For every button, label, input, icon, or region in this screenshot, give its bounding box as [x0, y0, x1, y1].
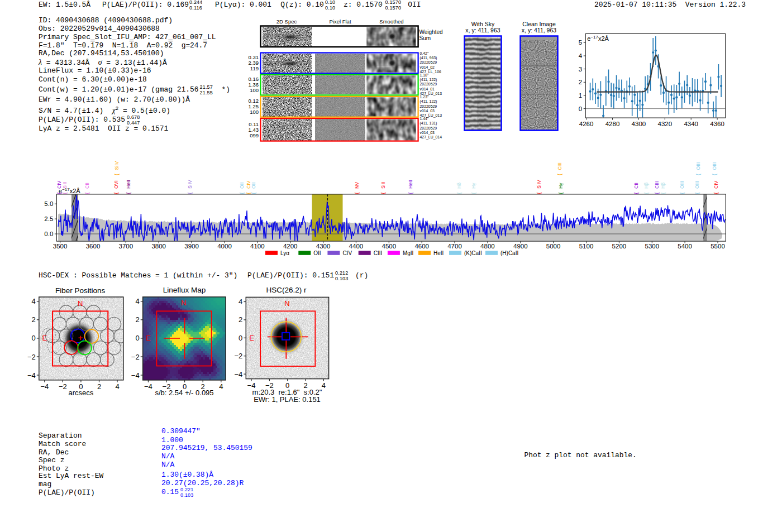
svg-text:100: 100 [250, 87, 259, 93]
svg-text:OVI: OVI [113, 180, 119, 189]
svg-text:v014_01: v014_01 [420, 87, 435, 92]
svg-text:HSC(26.2) r: HSC(26.2) r [266, 286, 307, 294]
svg-text:EWr: 1, PLAE: 0.151: EWr: 1, PLAE: 0.151 [254, 395, 321, 404]
svg-text:Sum: Sum [419, 35, 431, 41]
svg-text:E: E [249, 334, 254, 342]
svg-text:4400: 4400 [349, 243, 364, 250]
svg-text:4360: 4360 [710, 121, 724, 127]
svg-text:E: E [42, 334, 47, 342]
svg-text:MgII: MgII [403, 250, 413, 256]
svg-text:−2: −2 [27, 353, 36, 361]
svg-text:5: 5 [579, 39, 582, 46]
svg-text:{: { [471, 193, 476, 194]
svg-text:5200: 5200 [612, 243, 627, 250]
svg-text:4260: 4260 [579, 121, 594, 127]
svg-text:Lineflux Map: Lineflux Map [163, 286, 206, 294]
svg-text:OIII: OIII [695, 162, 701, 170]
svg-text:3800: 3800 [151, 243, 166, 250]
svg-text:CIV: CIV [713, 180, 719, 189]
svg-text:4100: 4100 [250, 243, 265, 250]
svg-text:4600: 4600 [414, 243, 429, 250]
svg-text:E: E [146, 334, 151, 342]
svg-text:{: { [126, 193, 131, 194]
svg-text:Hβ: Hβ [660, 183, 666, 189]
svg-text:OII: OII [251, 183, 256, 189]
svg-text:{: { [643, 193, 649, 194]
svg-text:(411, 122): (411, 122) [420, 99, 437, 104]
svg-text:3700: 3700 [119, 243, 133, 250]
svg-text:HeII: HeII [408, 180, 413, 189]
svg-text:SiIV: SiIV [114, 161, 120, 170]
svg-text:−4: −4 [27, 371, 36, 380]
svg-text:1.44": 1.44" [420, 117, 429, 121]
svg-text:100: 100 [250, 109, 259, 115]
svg-text:5300: 5300 [645, 243, 660, 250]
svg-text:20220529: 20220529 [420, 82, 437, 86]
svg-text:{: { [62, 193, 68, 194]
svg-text:{: { [712, 174, 717, 175]
svg-text:099: 099 [250, 132, 259, 138]
svg-text:v014_03: v014_03 [420, 109, 435, 113]
svg-text:2: 2 [32, 315, 36, 324]
svg-text:5400: 5400 [678, 243, 692, 250]
svg-text:Pixel Flat: Pixel Flat [329, 18, 351, 25]
svg-text:SiII: SiII [62, 182, 68, 189]
svg-text:4: 4 [322, 381, 326, 390]
svg-text:{: { [354, 193, 360, 194]
svg-text:5500: 5500 [711, 243, 725, 250]
svg-text:{: { [251, 193, 256, 194]
svg-text:20220529: 20220529 [420, 60, 437, 64]
svg-text:{: { [239, 193, 245, 194]
svg-text:4500: 4500 [382, 243, 397, 250]
svg-text:{: { [380, 193, 386, 194]
svg-text:v014_03: v014_03 [420, 131, 435, 135]
svg-text:4: 4 [579, 52, 583, 59]
svg-text:20220529: 20220529 [420, 104, 437, 108]
svg-text:4300: 4300 [316, 243, 331, 250]
svg-text:SiII: SiII [380, 182, 386, 189]
svg-text:3600: 3600 [86, 243, 101, 250]
svg-text:HeII: HeII [126, 180, 131, 189]
svg-text:Lyα: Lyα [280, 250, 289, 256]
svg-text:4340: 4340 [684, 121, 698, 127]
svg-text:(411, 122): (411, 122) [420, 78, 437, 82]
svg-text:0.42": 0.42" [420, 51, 429, 55]
svg-text:Weighted: Weighted [419, 29, 443, 35]
svg-text:Hβ: Hβ [643, 183, 649, 189]
svg-text:−4: −4 [234, 370, 242, 378]
svg-text:3: 3 [579, 66, 582, 73]
svg-text:4: 4 [135, 297, 139, 305]
svg-text:(411, 131): (411, 131) [420, 121, 437, 126]
svg-text:x, y: 411, 963: x, y: 411, 963 [465, 27, 500, 33]
svg-text:4280: 4280 [605, 121, 620, 127]
svg-text:119: 119 [250, 65, 259, 71]
svg-text:427_LU_014: 427_LU_014 [420, 135, 442, 140]
svg-text:s/b: 2.54 +/- 0.095: s/b: 2.54 +/- 0.095 [155, 389, 213, 397]
svg-text:NV: NV [354, 182, 360, 189]
svg-text:2.5: 2.5 [44, 215, 53, 222]
svg-text:2: 2 [239, 315, 242, 324]
svg-text:Hγ: Hγ [471, 183, 476, 189]
svg-text:{: { [113, 193, 119, 194]
svg-text:{: { [187, 193, 193, 194]
svg-text:−2: −2 [59, 382, 67, 391]
svg-text:{: { [713, 193, 719, 194]
svg-text:4900: 4900 [513, 243, 528, 250]
svg-text:v014_02: v014_02 [420, 65, 435, 70]
svg-text:3900: 3900 [184, 243, 199, 250]
svg-text:HeII: HeII [433, 250, 444, 256]
svg-text:{: { [56, 193, 62, 194]
svg-text:{: { [695, 174, 701, 175]
svg-text:x, y: 411, 963: x, y: 411, 963 [522, 27, 556, 33]
svg-text:CII: CII [633, 183, 639, 189]
svg-text:{: { [536, 193, 542, 194]
svg-text:e−17x2Å: e−17x2Å [587, 35, 609, 42]
svg-text:{: { [679, 193, 685, 194]
svg-text:5.0: 5.0 [44, 200, 53, 207]
svg-text:4: 4 [115, 382, 119, 391]
svg-text:CIII: CIII [654, 181, 660, 189]
svg-text:arcsecs: arcsecs [69, 389, 94, 397]
svg-text:OII: OII [239, 183, 245, 189]
svg-text:{: { [633, 193, 639, 194]
svg-text:−2: −2 [234, 352, 242, 360]
